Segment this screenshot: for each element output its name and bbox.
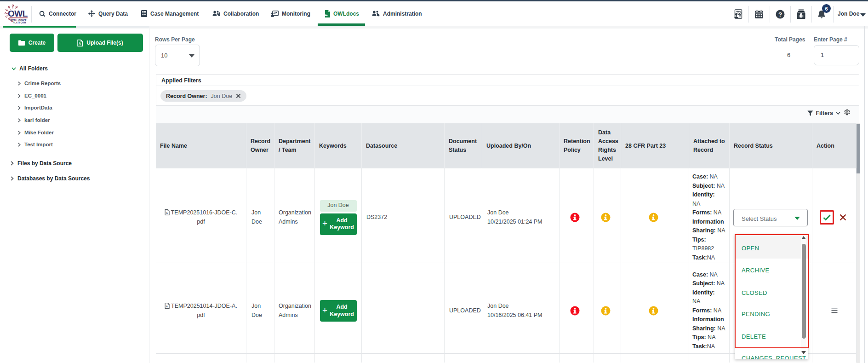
svg-text:INTELLIGENCE: INTELLIGENCE: [10, 19, 27, 22]
svg-text:A: A: [166, 305, 168, 308]
svg-text:OWL: OWL: [8, 9, 28, 18]
svg-text:?: ?: [778, 11, 782, 18]
svg-text:A: A: [79, 42, 81, 45]
svg-text:A: A: [166, 212, 168, 214]
svg-text:PLATFORM: PLATFORM: [13, 22, 26, 24]
